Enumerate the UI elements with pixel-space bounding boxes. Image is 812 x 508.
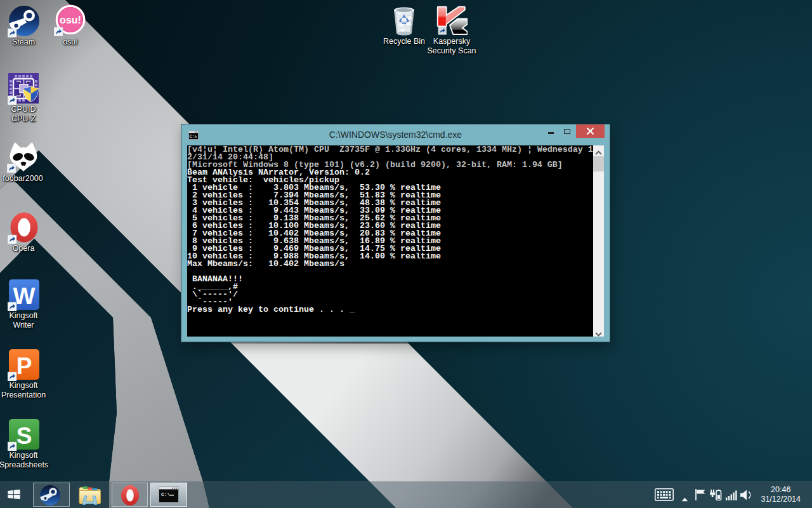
svg-text:S: S	[16, 423, 32, 449]
svg-text:P: P	[16, 353, 32, 379]
svg-text:osu!: osu!	[60, 15, 81, 25]
svg-text:C:\: C:\	[161, 491, 171, 497]
